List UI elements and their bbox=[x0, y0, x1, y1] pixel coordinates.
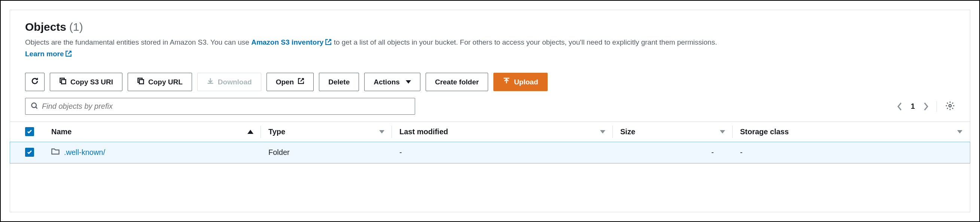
object-count: (1) bbox=[69, 21, 83, 34]
page-title: Objects bbox=[25, 21, 66, 34]
folder-icon bbox=[51, 147, 59, 158]
select-all-checkbox[interactable] bbox=[25, 127, 34, 136]
column-header-name[interactable]: Name bbox=[44, 122, 261, 142]
svg-point-2 bbox=[32, 103, 37, 108]
create-folder-button[interactable]: Create folder bbox=[426, 73, 488, 91]
settings-button[interactable] bbox=[945, 101, 955, 112]
caret-down-icon bbox=[406, 80, 411, 84]
sort-icon bbox=[600, 130, 605, 134]
column-header-type[interactable]: Type bbox=[261, 122, 392, 142]
cell-size: - bbox=[613, 142, 733, 163]
sort-icon bbox=[957, 130, 963, 134]
download-icon bbox=[207, 77, 214, 86]
objects-panel: Objects (1) Objects are the fundamental … bbox=[10, 10, 970, 212]
next-page-button[interactable] bbox=[923, 102, 928, 111]
open-button[interactable]: Open bbox=[267, 73, 314, 91]
description-text: Objects are the fundamental entities sto… bbox=[25, 37, 955, 60]
sort-asc-icon bbox=[247, 130, 253, 134]
divider bbox=[937, 101, 937, 112]
cell-storage-class: - bbox=[733, 142, 970, 163]
cell-type: Folder bbox=[261, 142, 392, 163]
column-header-storage-class[interactable]: Storage class bbox=[733, 122, 970, 142]
refresh-icon bbox=[31, 77, 39, 87]
desc-suffix: to get a list of all objects in your buc… bbox=[332, 38, 717, 46]
upload-icon bbox=[503, 77, 510, 86]
sort-icon bbox=[720, 130, 725, 134]
download-button: Download bbox=[197, 73, 261, 91]
page-number[interactable]: 1 bbox=[911, 102, 915, 111]
copy-icon bbox=[59, 77, 67, 86]
refresh-button[interactable] bbox=[25, 73, 45, 91]
pagination: 1 bbox=[897, 101, 955, 112]
actions-dropdown[interactable]: Actions bbox=[364, 73, 420, 91]
sort-icon bbox=[379, 130, 385, 134]
search-icon bbox=[31, 102, 38, 111]
desc-prefix: Objects are the fundamental entities sto… bbox=[25, 38, 251, 46]
upload-button[interactable]: Upload bbox=[493, 73, 547, 91]
external-link-icon bbox=[65, 50, 72, 61]
svg-rect-0 bbox=[61, 80, 65, 84]
column-header-size[interactable]: Size bbox=[613, 122, 733, 142]
toolbar: Copy S3 URI Copy URL Download Open Delet… bbox=[10, 66, 970, 91]
table-row[interactable]: .well-known/ Folder - - - bbox=[10, 142, 970, 163]
cell-last-modified: - bbox=[392, 142, 613, 163]
copy-url-button[interactable]: Copy URL bbox=[128, 73, 192, 91]
search-box[interactable] bbox=[25, 98, 415, 115]
delete-button[interactable]: Delete bbox=[319, 73, 359, 91]
svg-point-3 bbox=[949, 105, 951, 107]
object-name-link[interactable]: .well-known/ bbox=[64, 148, 105, 157]
row-checkbox[interactable] bbox=[25, 148, 34, 157]
column-header-last-modified[interactable]: Last modified bbox=[392, 122, 613, 142]
copy-icon bbox=[137, 77, 145, 86]
learn-more-link[interactable]: Learn more bbox=[25, 50, 72, 58]
panel-header: Objects (1) Objects are the fundamental … bbox=[10, 10, 970, 66]
inventory-link[interactable]: Amazon S3 inventory bbox=[251, 38, 332, 46]
svg-rect-1 bbox=[139, 80, 143, 84]
prev-page-button[interactable] bbox=[897, 102, 902, 111]
search-input[interactable] bbox=[42, 102, 409, 111]
objects-table: Name Type Last modified Size bbox=[10, 121, 970, 163]
external-link-icon bbox=[325, 38, 332, 49]
copy-s3-uri-button[interactable]: Copy S3 URI bbox=[50, 73, 123, 91]
external-link-icon bbox=[298, 78, 304, 86]
